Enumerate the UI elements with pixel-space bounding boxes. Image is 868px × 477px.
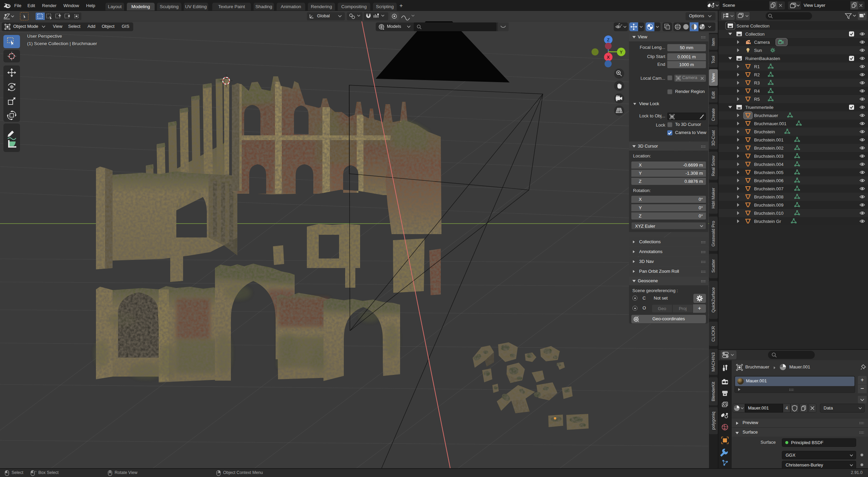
svg-text:R1: R1	[754, 64, 760, 69]
svg-text:Bruchstein.010: Bruchstein.010	[754, 211, 784, 216]
svg-text:Bruchstein.007: Bruchstein.007	[754, 186, 784, 191]
svg-text:Z: Z	[607, 37, 610, 42]
svg-text:Bruchstein.003: Bruchstein.003	[754, 154, 784, 159]
svg-text:Collection: Collection	[745, 32, 765, 37]
svg-text:Bruchstein: Bruchstein	[754, 129, 775, 134]
svg-text:R2: R2	[754, 72, 760, 77]
svg-text:Scene Collection: Scene Collection	[736, 23, 770, 28]
svg-text:RuinenBaukasten: RuinenBaukasten	[745, 56, 780, 61]
svg-text:Bruchstein.008: Bruchstein.008	[754, 194, 784, 199]
svg-text:Bruchstein.009: Bruchstein.009	[754, 203, 784, 208]
svg-text:Bruchstein.004: Bruchstein.004	[754, 162, 784, 167]
svg-text:R4: R4	[754, 89, 760, 94]
svg-text:R3: R3	[754, 80, 760, 85]
svg-text:Camera: Camera	[754, 40, 770, 45]
svg-text:Truemmerteile: Truemmerteile	[745, 105, 773, 110]
svg-text:Bruchstein.006: Bruchstein.006	[754, 178, 784, 183]
svg-text:Bruchstein.001: Bruchstein.001	[754, 137, 784, 142]
svg-text:Bruchstein.005: Bruchstein.005	[754, 170, 784, 175]
svg-text:X: X	[607, 55, 610, 60]
svg-text:R5: R5	[754, 97, 760, 102]
svg-text:Sun: Sun	[754, 48, 762, 53]
svg-text:Bruchstein.002: Bruchstein.002	[754, 146, 784, 151]
svg-text:Bruchstein Gr: Bruchstein Gr	[754, 219, 781, 224]
svg-text:Y: Y	[620, 50, 623, 55]
svg-text:Bruchmauer: Bruchmauer	[754, 113, 778, 118]
svg-text:Bruchmauer.001: Bruchmauer.001	[754, 121, 786, 126]
